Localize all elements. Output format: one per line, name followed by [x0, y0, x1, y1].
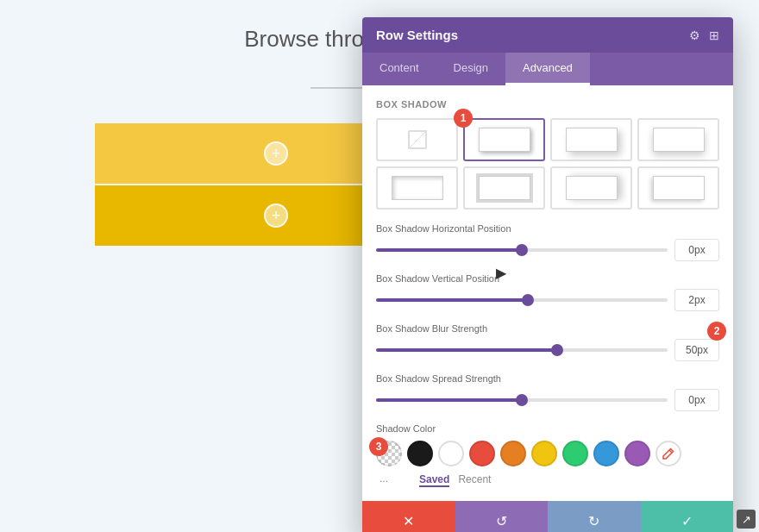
tab-design[interactable]: Design	[436, 53, 505, 85]
shadow-preview-3	[653, 128, 705, 152]
save-button[interactable]: ✓	[641, 501, 734, 532]
color-swatches-row	[376, 441, 719, 466]
slider-blur-track[interactable]	[376, 348, 668, 352]
saved-recent-row: Saved Recent	[419, 473, 491, 487]
shadow-preview-4	[392, 176, 443, 200]
slider-blur-fill	[376, 348, 557, 352]
slider-horizontal-track[interactable]	[376, 248, 668, 252]
reset-icon: ↺	[496, 513, 507, 529]
saved-tab[interactable]: Saved	[419, 473, 449, 487]
modal-header-icons: ⚙ ⊞	[689, 28, 719, 42]
badge-2: 2	[707, 322, 726, 341]
slider-spread-row: 0px	[376, 389, 719, 411]
shadow-grid: 1	[376, 118, 719, 210]
shadow-option-3[interactable]	[637, 118, 719, 161]
shadow-option-6[interactable]	[550, 166, 632, 210]
slider-vertical-value[interactable]: 2px	[674, 289, 719, 311]
shadow-option-1[interactable]	[463, 118, 545, 161]
modal-header: Row Settings ⚙ ⊞	[362, 17, 733, 53]
color-swatch-green[interactable]	[562, 441, 588, 466]
slider-horizontal-row: 0px	[376, 239, 719, 261]
slider-vertical-position: Box Shadow Vertical Position 2px	[376, 273, 719, 311]
shadow-preview-5	[479, 176, 530, 200]
shadow-preview-7	[653, 176, 705, 200]
shadow-preview-1	[479, 128, 530, 152]
slider-spread-label: Box Shadow Spread Strength	[376, 373, 719, 384]
save-icon: ✓	[681, 513, 693, 529]
slider-spread-thumb[interactable]	[516, 394, 528, 406]
slider-vertical-label: Box Shadow Vertical Position	[376, 273, 719, 284]
color-swatch-purple[interactable]	[624, 441, 650, 466]
slider-spread-strength: Box Shadow Spread Strength 0px	[376, 373, 719, 411]
slider-blur-row: 50px	[376, 339, 719, 361]
redo-button[interactable]: ↻	[548, 501, 641, 532]
shadow-preview-6	[566, 176, 618, 200]
tab-advanced[interactable]: Advanced	[505, 53, 590, 85]
slider-vertical-row: 2px	[376, 289, 719, 311]
slider-blur-label: Box Shadow Blur Strength	[376, 323, 719, 334]
badge-3: 3	[369, 437, 388, 456]
slider-vertical-thumb[interactable]	[522, 294, 534, 306]
modal-body: Box Shadow 1	[362, 85, 733, 501]
redo-icon: ↻	[588, 513, 599, 529]
tab-content[interactable]: Content	[362, 53, 436, 85]
color-swatch-yellow[interactable]	[531, 441, 557, 466]
modal-overlay: Row Settings ⚙ ⊞ Content Design Advanced…	[0, 0, 759, 532]
shadow-option-2[interactable]	[550, 118, 632, 161]
shadow-option-none[interactable]	[376, 118, 458, 161]
cancel-icon: ✕	[403, 513, 414, 529]
shadow-option-7[interactable]	[637, 166, 719, 210]
more-button[interactable]: ...	[380, 473, 388, 485]
modal-title: Row Settings	[376, 28, 458, 42]
slider-vertical-track[interactable]	[376, 298, 668, 302]
slider-horizontal-thumb[interactable]	[516, 244, 528, 256]
resize-handle[interactable]: ↗	[737, 510, 756, 529]
grid-icon[interactable]: ⊞	[709, 28, 719, 42]
slider-vertical-fill	[376, 298, 528, 302]
slider-horizontal-value[interactable]: 0px	[674, 239, 719, 261]
shadow-preview-2	[566, 128, 618, 152]
tabs: Content Design Advanced	[362, 53, 733, 85]
slider-spread-fill	[376, 398, 522, 402]
slider-blur-thumb[interactable]	[551, 344, 563, 356]
box-shadow-label: Box Shadow	[376, 99, 719, 110]
color-swatch-orange[interactable]	[500, 441, 526, 466]
slider-spread-track[interactable]	[376, 398, 668, 402]
slider-horizontal-fill	[376, 248, 522, 252]
modal-footer: ✕ ↺ ↻ ✓	[362, 501, 733, 532]
shadow-none-icon	[408, 130, 427, 149]
slider-horizontal-label: Box Shadow Horizontal Position	[376, 223, 719, 234]
color-swatch-blue[interactable]	[593, 441, 619, 466]
color-swatch-black[interactable]	[407, 441, 433, 466]
recent-tab[interactable]: Recent	[458, 473, 491, 487]
shadow-color-label: Shadow Color	[376, 423, 719, 434]
shadow-color-section: 3 Shadow Color	[376, 423, 719, 487]
settings-icon[interactable]: ⚙	[689, 28, 700, 42]
reset-button[interactable]: ↺	[455, 501, 549, 532]
slider-horizontal-position: Box Shadow Horizontal Position 0px	[376, 223, 719, 261]
color-swatch-red[interactable]	[469, 441, 495, 466]
cancel-button[interactable]: ✕	[362, 501, 455, 532]
shadow-option-5[interactable]	[463, 166, 545, 210]
slider-blur-strength: 2 Box Shadow Blur Strength 50px	[376, 323, 719, 361]
slider-spread-value[interactable]: 0px	[674, 389, 719, 411]
badge-1: 1	[454, 109, 473, 128]
shadow-option-4[interactable]	[376, 166, 458, 210]
slider-blur-value[interactable]: 50px	[674, 339, 719, 361]
color-swatch-white[interactable]	[438, 441, 464, 466]
row-settings-modal: Row Settings ⚙ ⊞ Content Design Advanced…	[362, 17, 733, 532]
color-edit-button[interactable]	[656, 441, 681, 466]
